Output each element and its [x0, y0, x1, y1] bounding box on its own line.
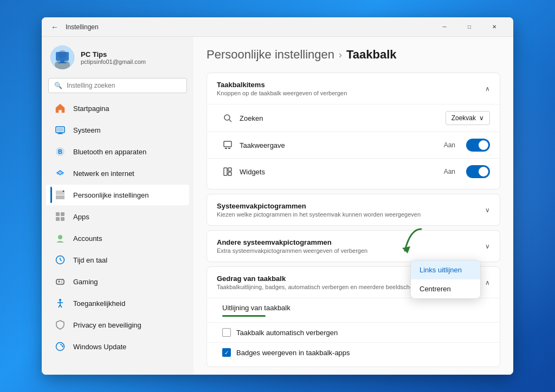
sidebar-item-startpagina[interactable]: Startpagina [46, 98, 189, 119]
svg-line-23 [60, 260, 62, 261]
search-input[interactable] [67, 82, 181, 89]
taakweergave-label: Taakweergave [240, 141, 437, 149]
sidebar-item-update[interactable]: Windows Update [46, 336, 189, 357]
setting-row-zoeken: Zoeken Zoekvak ∨ [207, 104, 500, 132]
section-andere-subtitle: Extra systeemvakpictogrammen weergeven o… [217, 247, 367, 254]
chevron-andere-icon: ∨ [485, 243, 490, 250]
profile-section: PC Tips pctipsinfo01@gmail.com [42, 37, 193, 76]
sidebar-label-startpagina: Startpagina [73, 104, 109, 113]
sidebar-label-tijd: Tijd en taal [73, 256, 107, 264]
breadcrumb-parent: Persoonlijke instellingen [206, 48, 334, 62]
uitlijning-bar [222, 315, 266, 317]
sidebar-label-privacy: Privacy en beveiliging [73, 321, 141, 329]
badges-row: ✓ Badges weergeven in taakbalk-apps [207, 342, 500, 362]
taakweergave-toggle[interactable] [466, 139, 490, 152]
search-icon: 🔍 [54, 82, 62, 89]
widgets-label: Widgets [240, 168, 437, 176]
main-panel: Persoonlijke instellingen › Taakbalk Taa… [193, 37, 513, 375]
personal-icon [55, 190, 66, 200]
apps-icon [55, 211, 66, 222]
chevron-up-icon: ∧ [485, 85, 490, 93]
sidebar-label-accounts: Accounts [73, 234, 102, 243]
window-controls: ─ □ ✕ [432, 17, 507, 37]
section-systeemvak-subtitle: Kiezen welke pictogrammen in het systeem… [217, 211, 421, 218]
sidebar-item-bluetooth[interactable]: B Bluetooth en apparaten [46, 141, 189, 162]
svg-rect-3 [56, 52, 69, 61]
verbergen-row: Taakbalk automatisch verbergen [207, 322, 500, 342]
taakweergave-value: Aan [444, 141, 455, 149]
zoeken-label: Zoeken [240, 114, 439, 122]
dropdown-popup: Links uitlijnen Centreren [410, 260, 481, 299]
gedrag-content: Uitlijning van taakbalk Taakbalk automat… [207, 298, 500, 367]
svg-rect-41 [224, 168, 227, 175]
minimize-button[interactable]: ─ [432, 17, 457, 37]
window-title: Instellingen [66, 23, 99, 31]
section-andere-title: Andere systeemvakpictogrammen [217, 238, 367, 246]
widgets-icon [222, 166, 233, 177]
svg-point-15 [63, 191, 64, 192]
sidebar-item-toegankelijkheid[interactable]: Toegankelijkheid [46, 293, 189, 313]
dropdown-item-links[interactable]: Links uitlijnen [411, 260, 480, 279]
sidebar-item-gaming[interactable]: Gaming [46, 271, 189, 292]
svg-rect-12 [56, 195, 64, 199]
accounts-icon [55, 233, 66, 244]
svg-rect-18 [56, 217, 60, 221]
svg-text:B: B [58, 148, 62, 155]
badges-checkbox[interactable]: ✓ [222, 348, 231, 357]
sidebar-item-privacy[interactable]: Privacy en beveiliging [46, 315, 189, 335]
sidebar-item-systeem[interactable]: Systeem [46, 120, 189, 140]
zoeken-dropdown-value: Zoekvak [451, 114, 476, 122]
verbergen-checkbox[interactable] [222, 328, 231, 337]
sidebar-item-netwerk[interactable]: Netwerk en internet [46, 163, 189, 184]
chevron-gedrag-icon: ∧ [485, 279, 490, 286]
svg-rect-19 [61, 217, 64, 221]
section-systeemvak-header[interactable]: Systeemvakpictogrammen Kiezen welke pict… [207, 194, 500, 225]
sidebar-label-bluetooth: Bluetooth en apparaten [73, 148, 146, 156]
sidebar-item-accounts[interactable]: Accounts [46, 228, 189, 249]
section-taakbalkitems: Taakbalkitems Knoppen op de taakbalk wee… [206, 73, 500, 190]
accessibility-icon [55, 298, 66, 309]
search-box[interactable]: 🔍 [48, 78, 187, 93]
network-icon [55, 168, 66, 179]
maximize-button[interactable]: □ [457, 17, 482, 37]
section-andere-header[interactable]: Andere systeemvakpictogrammen Extra syst… [207, 231, 500, 262]
sidebar-label-systeem: Systeem [73, 126, 101, 134]
sidebar-item-persoonlijk[interactable]: Persoonlijke instellingen [46, 185, 189, 205]
gaming-icon [55, 276, 66, 287]
sidebar-label-apps: Apps [73, 213, 89, 221]
section-taakbalkitems-header[interactable]: Taakbalkitems Knoppen op de taakbalk wee… [207, 73, 500, 104]
widgets-toggle[interactable] [466, 165, 490, 178]
svg-rect-42 [228, 168, 231, 171]
update-icon [55, 341, 66, 352]
profile-name: PC Tips [81, 50, 146, 58]
sidebar-item-apps[interactable]: Apps [46, 206, 189, 227]
setting-row-taakweergave: Taakweergave Aan [207, 132, 500, 158]
svg-point-27 [61, 280, 62, 282]
time-icon [55, 254, 66, 265]
svg-rect-38 [224, 141, 231, 147]
dropdown-item-centreren[interactable]: Centreren [411, 279, 480, 298]
svg-rect-16 [56, 212, 60, 216]
breadcrumb: Persoonlijke instellingen › Taakbalk [206, 48, 500, 62]
widgets-value: Aan [444, 168, 455, 175]
section-taakbalkitems-title: Taakbalkitems [217, 81, 347, 89]
svg-point-28 [61, 282, 62, 283]
privacy-icon [55, 319, 66, 330]
sidebar-label-persoonlijk: Persoonlijke instellingen [73, 191, 149, 199]
avatar [50, 45, 74, 69]
svg-rect-43 [228, 172, 231, 175]
system-icon [55, 125, 66, 135]
svg-rect-9 [57, 134, 63, 134]
sidebar-item-tijd[interactable]: Tijd en taal [46, 250, 189, 270]
zoeken-dropdown[interactable]: Zoekvak ∨ [446, 111, 490, 125]
sidebar-label-gaming: Gaming [73, 278, 98, 286]
sidebar-label-netwerk: Netwerk en internet [73, 169, 134, 178]
section-systeemvak: Systeemvakpictogrammen Kiezen welke pict… [206, 194, 500, 226]
section-gedrag-title: Gedrag van taakbalk [217, 275, 427, 283]
close-button[interactable]: ✕ [482, 17, 507, 37]
back-button[interactable]: ← [48, 21, 61, 34]
sidebar-label-update: Windows Update [73, 343, 126, 351]
section-gedrag-subtitle: Taakbalkuitlijning, badges, automatisch … [217, 284, 427, 290]
avatar-image [50, 45, 74, 69]
sidebar: PC Tips pctipsinfo01@gmail.com 🔍 Startpa… [42, 37, 193, 375]
